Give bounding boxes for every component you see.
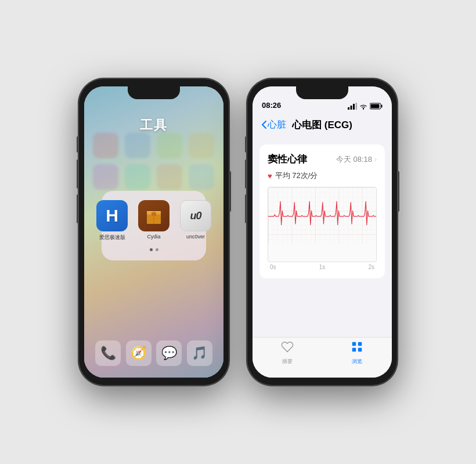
ecg-chart	[268, 187, 377, 262]
bg-icon	[189, 133, 214, 158]
bg-icon	[189, 164, 214, 190]
time-label-2s: 2s	[368, 264, 374, 270]
ecg-grid-lines	[268, 187, 376, 244]
nav-bar: 心脏 心电图 (ECG)	[253, 112, 392, 137]
svg-rect-7	[353, 104, 355, 110]
back-chevron-icon	[262, 121, 266, 129]
svg-rect-6	[351, 106, 352, 110]
bg-icon	[125, 164, 150, 190]
status-icons	[348, 103, 383, 110]
ecg-record-card[interactable]: 窦性心律 今天 08:18 › ♥ 平均 72次/分	[259, 144, 385, 278]
svg-rect-17	[352, 348, 356, 351]
svg-point-9	[363, 108, 364, 109]
app-label-hackers: 爱思极速版	[99, 234, 125, 241]
mute-button[interactable]	[77, 136, 78, 153]
ecg-content: 窦性心律 今天 08:18 › ♥ 平均 72次/分	[253, 137, 392, 337]
dock-icon-music[interactable]: 🎵	[187, 340, 212, 366]
time-label-0s: 0s	[270, 264, 276, 270]
tab-bar: 摘要 浏览	[253, 337, 392, 378]
app-label-cydia: Cydia	[147, 234, 160, 240]
hackers-letter: H	[106, 206, 118, 226]
battery-icon	[370, 103, 383, 110]
app-item-cydia[interactable]: Cydia	[138, 200, 170, 241]
volume-down-button-2[interactable]	[245, 194, 247, 223]
wifi-icon	[359, 103, 367, 110]
status-time: 08:26	[262, 101, 281, 110]
date-text: 今天 08:18	[336, 154, 372, 165]
back-label: 心脏	[268, 119, 286, 131]
heart-rate-text: 平均 72次/分	[275, 171, 318, 181]
notch-2	[296, 86, 348, 99]
tab-summary-label: 摘要	[282, 358, 293, 365]
rhythm-title: 窦性心律	[268, 153, 307, 166]
svg-rect-12	[371, 104, 380, 108]
browse-tab-icon	[351, 340, 363, 353]
bg-icon	[157, 164, 182, 190]
heart-outline-icon	[281, 340, 294, 357]
phone-2: 08:26	[247, 78, 398, 386]
dot-1	[150, 248, 153, 251]
app-item-unc0ver[interactable]: u0 unc0ver	[180, 200, 211, 241]
background-icons	[93, 133, 215, 190]
jailbreak-screen: 工具 H 爱思极速版	[84, 86, 223, 378]
folder-popup: H 爱思极速版	[102, 191, 206, 260]
app-label-unc0ver: unc0ver	[186, 234, 205, 240]
summary-tab-icon	[281, 340, 294, 353]
mute-button-2[interactable]	[245, 136, 247, 153]
time-label-1s: 1s	[319, 264, 326, 270]
phone-1: 工具 H 爱思极速版	[78, 78, 229, 386]
app-item-hackers[interactable]: H 爱思极速版	[96, 200, 128, 241]
power-button[interactable]	[229, 171, 231, 212]
chevron-right-icon: ›	[374, 155, 377, 164]
tab-browse-label: 浏览	[352, 358, 362, 365]
bg-icon	[93, 164, 118, 190]
bg-icon	[93, 133, 118, 158]
svg-rect-15	[352, 342, 356, 346]
bg-icon	[157, 133, 182, 158]
dock-icon-safari[interactable]: 🧭	[126, 340, 152, 366]
folder-page-dots	[111, 248, 197, 251]
tab-browse[interactable]: 浏览	[351, 340, 363, 365]
phone-2-screen: 08:26	[253, 86, 392, 378]
bg-icon	[125, 133, 150, 158]
app-icon-hackers: H	[96, 200, 128, 231]
unc0ver-text: u0	[190, 210, 201, 222]
signal-icon	[348, 103, 357, 110]
svg-rect-14	[268, 187, 376, 244]
card-header: 窦性心律 今天 08:18 ›	[268, 153, 377, 166]
svg-rect-11	[381, 105, 383, 108]
ecg-time-labels: 0s 1s 2s	[268, 262, 377, 270]
app-icon-cydia	[138, 200, 170, 231]
back-button[interactable]: 心脏	[262, 119, 286, 131]
volume-up-button-2[interactable]	[245, 160, 247, 188]
grid-icon	[351, 340, 363, 357]
notch	[128, 86, 180, 99]
card-date: 今天 08:18 ›	[336, 154, 377, 165]
ecg-screen: 08:26	[253, 86, 392, 378]
svg-rect-5	[348, 107, 349, 110]
svg-rect-8	[356, 103, 358, 110]
dock: 📞 🧭 💬 🎵	[93, 340, 215, 366]
phone-1-screen: 工具 H 爱思极速版	[84, 86, 223, 378]
cydia-box-icon	[143, 205, 164, 226]
folder-apps-grid: H 爱思极速版	[111, 200, 197, 241]
volume-down-button[interactable]	[77, 194, 78, 223]
tab-summary[interactable]: 摘要	[281, 340, 294, 365]
heart-rate-row: ♥ 平均 72次/分	[268, 171, 377, 181]
app-icon-unc0ver: u0	[180, 200, 211, 231]
dock-icon-messages[interactable]: 💬	[156, 340, 182, 366]
power-button-2[interactable]	[398, 171, 399, 212]
svg-rect-16	[358, 342, 362, 346]
dock-icon-phone[interactable]: 📞	[95, 340, 121, 366]
volume-up-button[interactable]	[77, 160, 78, 188]
folder-title: 工具	[84, 117, 223, 134]
svg-rect-18	[358, 348, 362, 351]
dot-2	[156, 248, 158, 251]
nav-title: 心电图 (ECG)	[292, 118, 352, 132]
heart-fill-icon: ♥	[268, 172, 272, 180]
